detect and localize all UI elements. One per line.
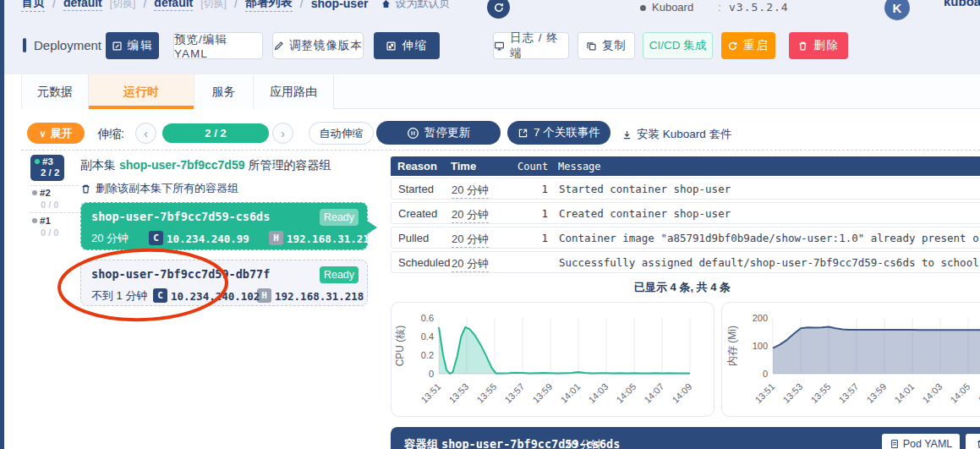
cicd-button[interactable]: CI/CD 集成 [643,32,713,59]
svg-text:13:53: 13:53 [446,381,470,405]
svg-text:13:57: 13:57 [836,381,860,405]
svg-text:13:55: 13:55 [474,381,498,405]
scale-icon [386,41,397,52]
svg-text:13:51: 13:51 [419,381,442,405]
copy-icon [586,41,597,52]
replicaset-title-suffix: 所管理的容器组 [248,158,331,172]
replicaset-version-2[interactable]: #2 [32,188,51,198]
event-count: 1 [510,183,548,195]
install-kuboard-link[interactable]: 安装 Kuboard 套件 [621,127,732,142]
version-replicas: 0 / 0 [41,227,58,238]
preview-yaml-button[interactable]: 预览/编辑 YAML [173,32,263,59]
svg-text:0: 0 [763,369,768,379]
delete-replicaset-pods-link[interactable]: 删除该副本集下所有的容器组 [80,181,238,196]
svg-text:200: 200 [753,313,768,323]
svg-text:0.4: 0.4 [421,331,434,342]
refresh-button[interactable] [487,0,510,19]
svg-text:13:57: 13:57 [502,381,526,405]
events-icon [517,128,528,139]
status-badge: Ready [320,209,359,226]
tab-metadata[interactable]: 元数据 [21,74,89,109]
scale-field-label: 伸缩: [97,127,124,142]
svg-text:14:01: 14:01 [558,381,582,405]
chevron-down-icon [39,127,46,140]
pod-footer-bar: 容器组 shop-user-7bf9cc7d59-cs6ds 20 分钟 Pod… [391,427,980,449]
breadcrumb-namespace[interactable]: default [154,0,193,11]
restart-icon [727,41,738,52]
tab-services[interactable]: 服务 [194,74,254,109]
breadcrumb-home[interactable]: 首页 [21,0,45,12]
adjust-image-button[interactable]: 调整镜像版本 [272,32,364,59]
host-ip: 192.168.31.218 [275,290,364,303]
replica-count-pill[interactable]: 2 / 2 [162,123,269,143]
event-time[interactable]: 20 分钟 [452,232,489,248]
pod-delete-button[interactable]: 删 [966,434,980,449]
scale-button[interactable]: 伸缩 [374,32,440,59]
container-ip-icon: C [153,288,167,303]
version-id: #2 [40,188,51,198]
expand-button[interactable]: 展开 [27,123,85,144]
pod-name: shop-user-7bf9cc7d59-cs6ds [91,210,270,223]
replicaset-version-1[interactable]: #1 [32,216,51,226]
svg-text:0: 0 [429,369,434,379]
scale-down-button[interactable] [135,123,156,144]
event-reason: Scheduled [398,256,450,269]
delete-replicaset-pods-label: 删除该副本集下所有的容器组 [96,181,238,196]
column-header-message: Message [558,161,601,172]
username[interactable]: kuboard [944,0,980,8]
breadcrumb-cluster[interactable]: default [63,0,102,11]
logs-terminal-label: 日志 / 终端 [510,30,568,61]
page-title: Deployment [34,38,101,52]
container-ip: 10.234.240.102 [171,290,260,303]
edit-icon [112,41,123,52]
svg-text:14:07: 14:07 [642,381,665,405]
svg-text:14:03: 14:03 [586,381,610,405]
events-table-header: Reason Time Count Message [391,156,980,176]
pause-label: 暂停更新 [424,125,470,140]
event-time[interactable]: 20 分钟 [452,256,489,272]
svg-text:14:07: 14:07 [976,381,980,405]
logs-terminal-button[interactable]: 日志 / 终端 [493,32,569,59]
scale-up-button[interactable] [272,123,293,144]
event-row: Pulled 20 分钟 1 Container image "a85791d9… [391,227,980,249]
svg-text:14:09: 14:09 [670,381,693,405]
svg-text:内存 (Mi): 内存 (Mi) [726,326,738,366]
home-icon [381,0,391,9]
event-reason: Created [398,207,437,220]
replicaset-title-prefix: 副本集 [80,158,116,172]
pause-updates-button[interactable]: 暂停更新 [376,121,501,145]
trash-icon [976,439,980,449]
green-dot-icon [35,159,40,164]
tab-routes[interactable]: 应用路由 [254,74,334,109]
autoscale-button[interactable]: 自动伸缩 [309,122,374,145]
restart-button[interactable]: 重启 [721,32,775,59]
memory-chart: 010020013:5113:5313:5513:5713:5914:0114:… [721,302,980,417]
event-time[interactable]: 20 分钟 [452,183,489,199]
svg-text:14:03: 14:03 [920,381,944,405]
svg-text:14:05: 14:05 [948,381,972,405]
status-badge: Ready [320,266,359,283]
pod-card-cs6ds[interactable]: shop-user-7bf9cc7d59-cs6ds Ready 20 分钟 C… [80,202,368,250]
pod-card-db77f[interactable]: shop-user-7bf9cc7d59-db77f Ready 不到 1 分钟… [80,260,368,306]
breadcrumb-switch-cluster[interactable]: [切换] [110,0,136,11]
svg-text:13:53: 13:53 [780,381,804,405]
tab-runtime[interactable]: 运行时 [89,74,194,109]
related-events-button[interactable]: 7 个关联事件 [507,121,610,145]
event-time[interactable]: 20 分钟 [452,207,489,223]
svg-text:CPU (核): CPU (核) [394,326,406,367]
cpu-chart: 00.20.40.613:5113:5313:5513:5713:5914:01… [391,302,714,417]
breadcrumb-switch-namespace[interactable]: [切换] [200,0,227,11]
breadcrumb-deploy-list[interactable]: 部署列表 [245,0,293,12]
pod-yaml-button[interactable]: Pod YAML [882,434,960,449]
set-default-label: 设为默认页 [395,0,450,11]
edit-button[interactable]: 编辑 [106,32,159,59]
copy-button[interactable]: 复制 [578,32,635,59]
set-default-link[interactable]: 设为默认页 [381,0,450,11]
breadcrumb-separator: / [143,0,146,10]
restart-label: 重启 [743,38,769,53]
delete-button[interactable]: 删除 [789,32,848,59]
replicaset-version-3[interactable]: #3 2 / 2 [30,155,64,181]
user-avatar[interactable]: K [884,0,910,20]
version-replicas: 0 / 0 [41,200,58,210]
divider [21,150,980,151]
